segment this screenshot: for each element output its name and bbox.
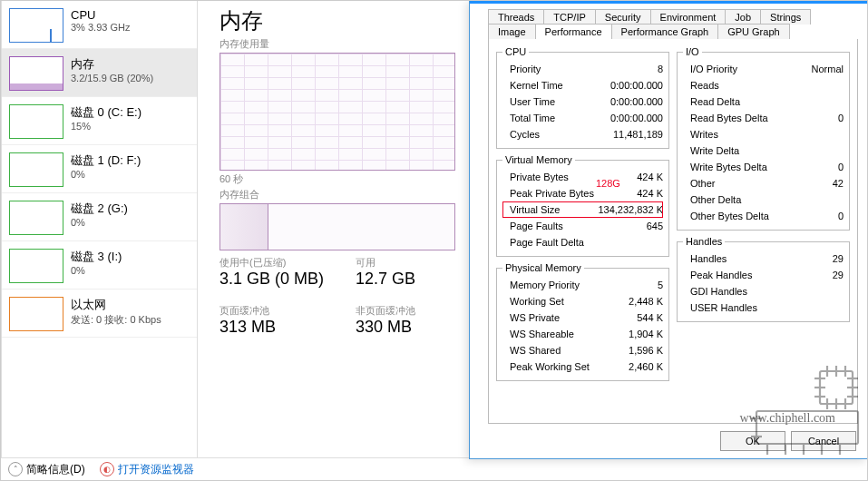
tab-tcp-ip[interactable]: TCP/IP: [543, 9, 595, 25]
prop-row: Kernel Time0:00:00.000: [502, 77, 663, 93]
brief-info-button[interactable]: 简略信息(D): [26, 462, 85, 477]
sidebar-thumb: [9, 297, 63, 331]
prop-key: Peak Private Bytes: [502, 185, 594, 201]
prop-row: Writes: [683, 126, 844, 142]
prop-value: Normal: [812, 61, 844, 77]
stat-key: 页面缓冲池: [219, 304, 356, 318]
prop-row: I/O PriorityNormal: [683, 61, 844, 77]
stat-4: 页面缓冲池313 MB: [219, 304, 356, 345]
prop-key: Read Delta: [683, 93, 740, 110]
prop-value: 544 K: [637, 309, 663, 326]
dialog-left-column: CPUPriority8Kernel Time0:00:00.000User T…: [496, 46, 669, 419]
prop-row: Read Delta: [683, 93, 844, 110]
ok-button[interactable]: OK: [720, 431, 785, 451]
prop-value: 5: [658, 277, 663, 293]
prop-row: Write Bytes Delta0: [683, 159, 844, 175]
stat-value: 3.1 GB (0 MB): [219, 270, 356, 289]
group-legend: Virtual Memory: [502, 154, 575, 165]
monitor-icon[interactable]: ◐: [100, 462, 114, 476]
prop-row: Priority8: [502, 61, 663, 77]
prop-key: Private Bytes: [502, 169, 569, 185]
prop-value: 424 K: [637, 185, 663, 201]
chevron-up-icon[interactable]: ˄: [8, 462, 23, 476]
group-legend: CPU: [502, 46, 529, 57]
memory-usage-chart: [219, 53, 455, 171]
prop-row: Peak Working Set2,460 K: [502, 358, 663, 375]
prop-key: Cycles: [502, 126, 540, 142]
tab-row-bottom: ImagePerformancePerformance GraphGPU Gra…: [488, 24, 860, 39]
sidebar-item-title: 磁盘 2 (G:): [71, 201, 128, 217]
stat-0: 使用中(已压缩)3.1 GB (0 MB): [219, 256, 356, 297]
open-resource-monitor-link[interactable]: 打开资源监视器: [118, 462, 194, 477]
prop-key: Write Delta: [683, 142, 739, 159]
prop-row: Cycles11,481,189: [502, 126, 663, 142]
annotation-128g: 128G: [596, 178, 620, 189]
prop-row: Total Time0:00:00.000: [502, 110, 663, 126]
prop-key: Other Bytes Delta: [683, 208, 769, 224]
prop-key: USER Handles: [683, 299, 757, 316]
prop-value: 0: [838, 159, 844, 175]
memory-composition-chart: [219, 203, 455, 250]
tab-performance-graph[interactable]: Performance Graph: [611, 24, 719, 39]
tab-security[interactable]: Security: [595, 9, 651, 25]
prop-value: 424 K: [637, 169, 663, 185]
sidebar-item-1[interactable]: 内存3.2/15.9 GB (20%): [2, 49, 197, 97]
sidebar-item-sub: 0%: [71, 217, 128, 228]
sidebar-thumb: [9, 56, 63, 91]
prop-row: Private Bytes424 K: [502, 169, 663, 185]
prop-value: 29: [833, 250, 844, 267]
group-legend: Physical Memory: [502, 262, 584, 273]
dialog-right-column: I/OI/O PriorityNormalReadsRead DeltaRead…: [677, 46, 850, 419]
tab-environment[interactable]: Environment: [650, 9, 727, 25]
dialog-tabs: ThreadsTCP/IPSecurityEnvironmentJobStrin…: [470, 4, 867, 39]
cancel-button[interactable]: Cancel: [791, 431, 856, 451]
sidebar-thumb: [9, 201, 63, 235]
group-cpu: CPUPriority8Kernel Time0:00:00.000User T…: [496, 46, 669, 149]
prop-key: Writes: [683, 126, 718, 142]
prop-key: Reads: [683, 77, 719, 93]
prop-value: 0:00:00.000: [610, 77, 663, 93]
prop-key: Write Bytes Delta: [683, 159, 767, 175]
sidebar-item-sub: 0%: [71, 169, 141, 180]
sidebar-item-6[interactable]: 以太网发送: 0 接收: 0 Kbps: [2, 290, 197, 338]
sidebar-item-5[interactable]: 磁盘 3 (I:)0%: [2, 241, 197, 290]
sidebar-item-4[interactable]: 磁盘 2 (G:)0%: [2, 193, 197, 241]
prop-key: Memory Priority: [502, 277, 580, 293]
prop-key: WS Shared: [502, 342, 561, 358]
prop-key: Total Time: [502, 110, 555, 126]
sidebar-item-title: 磁盘 0 (C: E:): [71, 104, 141, 121]
prop-key: WS Shareable: [502, 326, 574, 342]
sidebar-item-title: 以太网: [71, 297, 161, 313]
sidebar-item-3[interactable]: 磁盘 1 (D: F:)0%: [2, 145, 197, 193]
prop-row: GDI Handles: [683, 283, 844, 299]
prop-key: User Time: [502, 93, 555, 110]
sidebar-item-title: 内存: [71, 56, 153, 73]
prop-key: Other: [683, 175, 716, 191]
sidebar-item-0[interactable]: CPU3% 3.93 GHz: [2, 1, 197, 49]
prop-value: 645: [647, 218, 663, 234]
prop-row: WS Shareable1,904 K: [502, 326, 663, 342]
prop-key: Peak Working Set: [502, 358, 590, 375]
prop-key: Page Fault Delta: [502, 234, 584, 250]
tab-job[interactable]: Job: [725, 9, 761, 25]
sidebar-item-sub: 3% 3.93 GHz: [71, 22, 130, 33]
prop-key: Priority: [502, 61, 541, 77]
prop-value: 2,448 K: [629, 293, 663, 309]
sidebar-item-2[interactable]: 磁盘 0 (C: E:)15%: [2, 97, 197, 145]
sidebar-item-sub: 发送: 0 接收: 0 Kbps: [71, 313, 161, 327]
sidebar-thumb: [9, 249, 63, 283]
stat-key: 使用中(已压缩): [219, 256, 356, 270]
tab-strings[interactable]: Strings: [760, 9, 811, 25]
tab-image[interactable]: Image: [488, 24, 536, 39]
sidebar-thumb: [9, 152, 63, 187]
prop-value: 8: [658, 61, 663, 77]
tab-gpu-graph[interactable]: GPU Graph: [717, 24, 789, 39]
tab-threads[interactable]: Threads: [488, 9, 544, 25]
prop-row: Handles29: [683, 250, 844, 267]
tab-performance[interactable]: Performance: [535, 24, 612, 39]
tab-row-top: ThreadsTCP/IPSecurityEnvironmentJobStrin…: [488, 9, 860, 25]
prop-value: 1,904 K: [629, 326, 663, 342]
sidebar-item-title: CPU: [71, 8, 130, 22]
prop-value: 29: [833, 267, 844, 283]
prop-value: 0:00:00.000: [610, 110, 663, 126]
